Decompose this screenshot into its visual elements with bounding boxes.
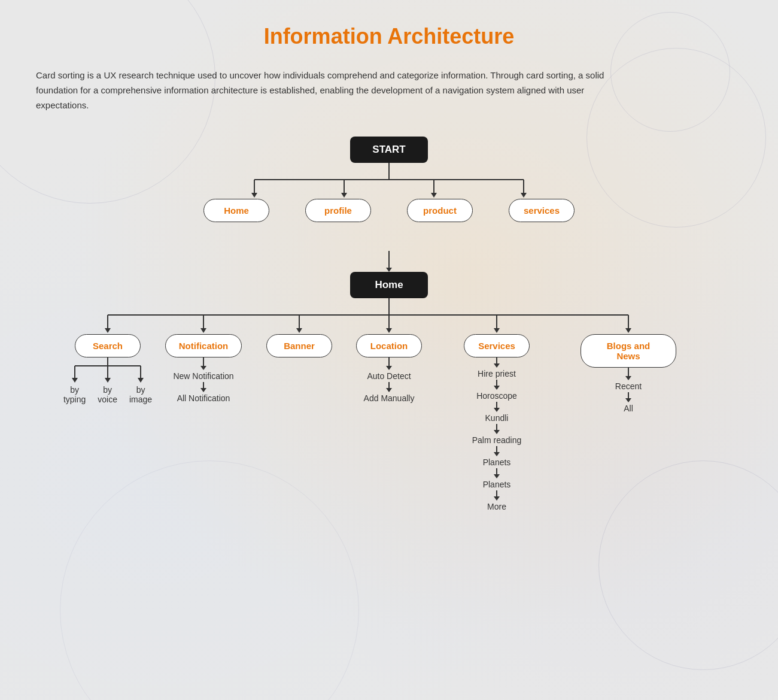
banner-branch: Banner bbox=[251, 334, 347, 357]
notification-node: Notification bbox=[165, 334, 242, 357]
search-node: Search bbox=[75, 334, 141, 357]
blogs-news-branch: Blogs and News Recent All bbox=[581, 334, 676, 414]
blogs-news-node: Blogs and News bbox=[581, 334, 676, 368]
svg-marker-21 bbox=[494, 328, 500, 333]
kundli: Kundli bbox=[485, 412, 509, 424]
svg-marker-31 bbox=[138, 378, 144, 383]
search-branch: Search by typing by voice by image bbox=[60, 334, 156, 405]
loc-arrow1 bbox=[386, 357, 392, 370]
home-section: Home Search bbox=[36, 251, 742, 574]
svg-marker-15 bbox=[200, 328, 206, 333]
svg-marker-27 bbox=[72, 378, 78, 383]
loc-arrow2 bbox=[386, 382, 392, 392]
svg-marker-23 bbox=[625, 328, 631, 333]
svg-marker-5 bbox=[341, 193, 347, 198]
auto-detect: Auto Detect bbox=[367, 370, 411, 382]
profile-branch-node: profile bbox=[305, 199, 371, 222]
horoscope: Horoscope bbox=[476, 390, 517, 402]
top-branches: Home profile product services bbox=[203, 199, 575, 222]
planets-1: Planets bbox=[483, 456, 511, 468]
hire-priest: Hire priest bbox=[478, 368, 516, 380]
services-home-node: Services bbox=[464, 334, 530, 357]
services-seq: Hire priest Horoscope Kundli Palm readin… bbox=[472, 357, 522, 513]
planets-2: Planets bbox=[483, 478, 511, 490]
home-node: Home bbox=[350, 272, 428, 298]
services-branch-node: services bbox=[509, 199, 575, 222]
arrow-to-home bbox=[386, 251, 392, 272]
svg-marker-29 bbox=[105, 378, 111, 383]
home-branch-lines bbox=[60, 298, 718, 334]
top-tree: START Home profile product bbox=[36, 137, 742, 222]
all-notification: All Notification bbox=[177, 392, 230, 404]
banner-node: Banner bbox=[266, 334, 332, 357]
notif-arrow1 bbox=[200, 357, 206, 370]
svg-marker-7 bbox=[431, 193, 437, 198]
description-text: Card sorting is a UX research technique … bbox=[36, 68, 610, 113]
services-home-branch: Services Hire priest Horoscope Kundli Pa… bbox=[449, 334, 545, 513]
palm-reading: Palm reading bbox=[472, 434, 522, 446]
location-branch: Location Auto Detect Add Manually bbox=[341, 334, 437, 404]
search-split bbox=[60, 357, 156, 384]
new-notification: New Notification bbox=[173, 370, 233, 382]
notif-arrow2 bbox=[200, 382, 206, 392]
add-manually: Add Manually bbox=[364, 392, 415, 404]
page-title: Information Architecture bbox=[36, 24, 742, 49]
search-by-image: by image bbox=[126, 384, 156, 405]
notification-branch: Notification New Notification All Notifi… bbox=[156, 334, 251, 404]
search-by-voice: by voice bbox=[94, 384, 121, 405]
svg-marker-3 bbox=[251, 193, 257, 198]
blogs-arrow2 bbox=[625, 392, 631, 402]
start-node: START bbox=[350, 137, 428, 163]
svg-marker-19 bbox=[386, 328, 392, 333]
start-row: START bbox=[350, 137, 428, 163]
svg-marker-17 bbox=[296, 328, 302, 333]
home-branches-row: Search by typing by voice by image bbox=[60, 334, 718, 574]
home-branch-node: Home bbox=[203, 199, 269, 222]
location-node: Location bbox=[356, 334, 422, 357]
recent: Recent bbox=[615, 380, 642, 392]
more: More bbox=[487, 501, 506, 513]
svg-marker-9 bbox=[521, 193, 527, 198]
top-branch-lines bbox=[209, 163, 569, 199]
all: All bbox=[624, 402, 633, 414]
product-branch-node: product bbox=[407, 199, 473, 222]
blogs-arrow1 bbox=[625, 368, 631, 380]
svg-marker-13 bbox=[105, 328, 111, 333]
search-by-typing: by typing bbox=[60, 384, 89, 405]
